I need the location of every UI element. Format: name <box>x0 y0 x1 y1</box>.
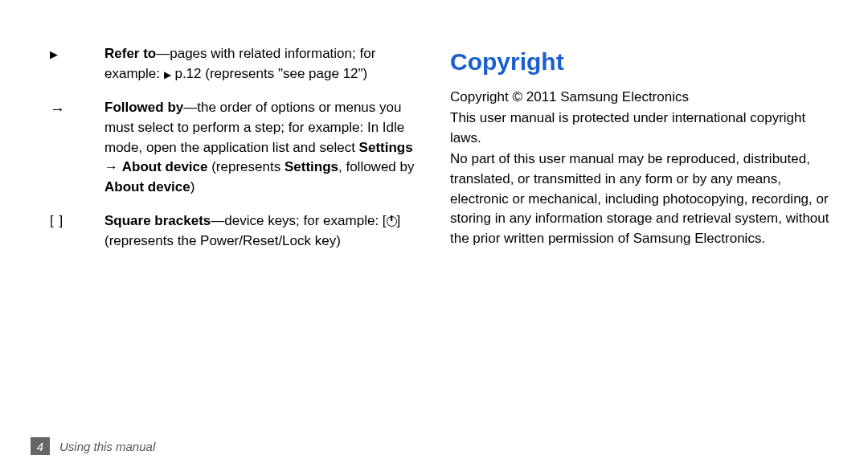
page-number: 4 <box>31 437 50 455</box>
power-icon <box>387 216 397 227</box>
definition-followed-by: → Followed by—the order of options or me… <box>48 98 418 197</box>
definition-text: Followed by—the order of options or menu… <box>104 98 418 197</box>
right-column: Copyright Copyright © 2011 Samsung Elect… <box>450 44 836 266</box>
page-footer: 4 Using this manual <box>31 437 155 455</box>
term-label: Square brackets <box>104 213 211 228</box>
section-title: Using this manual <box>59 440 155 453</box>
copyright-line: Copyright © 2011 Samsung Electronics <box>450 88 836 108</box>
copyright-para: This user manual is protected under inte… <box>450 109 836 148</box>
definition-text: Square brackets—device keys; for example… <box>104 211 418 251</box>
definition-square-brackets: [ ] Square brackets—device keys; for exa… <box>48 211 418 251</box>
left-column: Refer to—pages with related information;… <box>48 44 418 266</box>
definition-refer-to: Refer to—pages with related information;… <box>48 44 418 84</box>
triangle-icon <box>48 44 104 84</box>
brackets-symbol: [ ] <box>48 211 104 251</box>
page-body: Refer to—pages with related information;… <box>0 0 868 266</box>
copyright-heading: Copyright <box>450 44 836 80</box>
definition-text: Refer to—pages with related information;… <box>104 44 418 84</box>
arrow-right-icon: → <box>48 98 104 197</box>
term-label: Followed by <box>104 100 183 115</box>
triangle-inline-icon <box>164 66 171 81</box>
copyright-para: No part of this user manual may be repro… <box>450 149 836 248</box>
term-label: Refer to <box>104 46 156 61</box>
